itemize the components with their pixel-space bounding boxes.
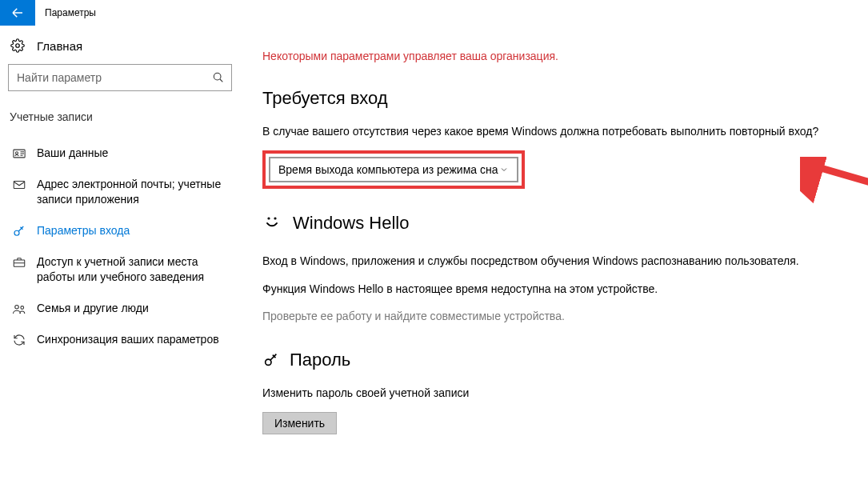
svg-point-0 [214, 73, 221, 80]
sidebar-item-label: Доступ к учетной записи места работы или… [37, 254, 229, 285]
org-managed-notice: Некоторыми параметрами управляет ваша ор… [262, 50, 860, 62]
sidebar-section-label: Учетные записи [8, 110, 232, 123]
hello-desc-2: Функция Windows Hello в настоящее время … [262, 281, 860, 297]
signin-description: В случае вашего отсутствия через какое в… [262, 123, 860, 139]
svg-point-8 [267, 218, 270, 220]
sidebar-item-sync[interactable]: Синхронизация ваших параметров [8, 324, 232, 355]
chevron-down-icon [499, 165, 509, 174]
svg-point-2 [16, 152, 18, 154]
sidebar-item-label: Адрес электронной почты; учетные записи … [37, 177, 229, 207]
mail-icon [11, 178, 27, 192]
gear-icon [10, 38, 26, 53]
svg-point-7 [21, 306, 24, 309]
search-field[interactable] [17, 71, 212, 84]
sidebar-item-label: Синхронизация ваших параметров [37, 332, 229, 347]
main-content: Некоторыми параметрами управляет ваша ор… [240, 26, 868, 496]
arrow-left-icon [10, 6, 25, 20]
id-card-icon [11, 146, 27, 161]
sync-icon [11, 333, 27, 347]
hello-desc-1: Вход в Windows, приложения и службы поср… [262, 253, 860, 269]
section-heading-hello: Windows Hello [293, 213, 410, 234]
sidebar-item-family[interactable]: Семья и другие люди [8, 293, 232, 324]
highlight-box: Время выхода компьютера из режима сна [262, 150, 525, 189]
smiley-icon [262, 211, 282, 235]
sidebar-item-email-accounts[interactable]: Адрес электронной почты; учетные записи … [8, 169, 232, 215]
svg-rect-3 [14, 182, 25, 189]
titlebar: Параметры [0, 0, 868, 26]
briefcase-icon [11, 255, 27, 270]
section-heading-signin: Требуется вход [262, 88, 860, 109]
change-password-button[interactable]: Изменить [262, 412, 337, 434]
svg-point-4 [14, 230, 19, 235]
sidebar-item-work-access[interactable]: Доступ к учетной записи места работы или… [8, 246, 232, 293]
key-icon [262, 351, 280, 369]
sidebar-item-label: Параметры входа [37, 223, 229, 238]
annotation-arrow-icon [800, 157, 868, 205]
window-title: Параметры [45, 7, 96, 18]
search-input[interactable] [8, 64, 232, 91]
search-icon [212, 71, 225, 84]
hello-desc-3: Проверьте ее работу и найдите совместимы… [262, 308, 860, 324]
sidebar-item-label: Семья и другие люди [37, 301, 229, 316]
svg-line-11 [810, 165, 868, 197]
key-icon [11, 224, 27, 238]
section-heading-password: Пароль [290, 350, 350, 370]
sidebar-item-signin-options[interactable]: Параметры входа [8, 215, 232, 246]
people-icon [11, 302, 27, 316]
svg-point-9 [274, 218, 276, 220]
password-desc: Изменить пароль своей учетной записи [262, 385, 860, 401]
signin-timeout-dropdown[interactable]: Время выхода компьютера из режима сна [269, 157, 518, 182]
sidebar: Главная Учетные записи Ваши данные Адрес… [0, 26, 240, 496]
dropdown-value: Время выхода компьютера из режима сна [278, 163, 499, 176]
back-button[interactable] [0, 0, 35, 26]
svg-point-6 [15, 305, 19, 309]
sidebar-home[interactable]: Главная [8, 32, 232, 64]
sidebar-item-your-info[interactable]: Ваши данные [8, 138, 232, 169]
sidebar-item-label: Ваши данные [37, 146, 229, 161]
svg-point-10 [266, 359, 271, 365]
sidebar-home-label: Главная [37, 39, 82, 53]
